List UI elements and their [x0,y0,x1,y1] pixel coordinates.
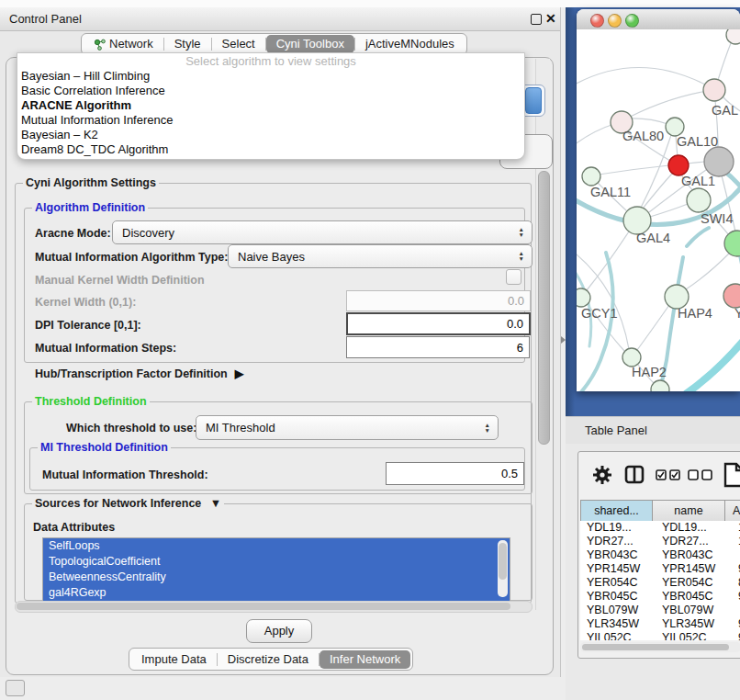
node-gal-cut[interactable] [703,79,725,101]
node-top-right[interactable] [726,29,740,44]
apply-button[interactable]: Apply [246,619,312,643]
hub-definition-expander[interactable]: Hub/Transcription Factor Definition▶ [35,367,243,380]
node-gal10-label: GAL10 [677,134,718,149]
zoom-traffic-light[interactable] [625,14,639,28]
cell-shared-name: YDL19... [580,521,659,535]
close-icon[interactable]: ✕ [545,10,556,28]
algorithm-option-basic-correlation-inference[interactable]: Basic Correlation Inference [17,84,524,98]
float-window-icon[interactable] [531,14,542,25]
node-gal1-label: GAL1 [681,174,715,188]
node-gal10[interactable] [704,147,734,176]
horizontal-scrollbar-thumb[interactable] [17,603,510,610]
node-swi4-label: SWI4 [701,211,733,226]
cell-shared-name: YIL052C [580,631,659,640]
table-row[interactable]: YDL19...YDL19...13 [580,521,740,535]
tab-style[interactable]: Style [164,35,211,53]
tab-infer-network[interactable]: Infer Network [320,650,410,669]
mi-threshold-group-title: MI Threshold Definition [38,441,171,454]
node-y-cut[interactable] [723,284,740,308]
control-panel-titlebar: Control Panel ✕ [0,7,560,31]
algorithm-option-aracne-algorithm[interactable]: ARACNE Algorithm [17,98,524,113]
minimize-traffic-light[interactable] [608,14,622,28]
algorithm-option-dream8-dc-tdc-algorithm[interactable]: Dream8 DC_TDC Algorithm [17,142,524,157]
table-row[interactable]: YLR345WYLR345W9. [580,617,740,631]
algorithm-option-bayesian-k2[interactable]: Bayesian – K2 [17,128,524,142]
table-header-shared-name[interactable]: shared... [580,500,653,522]
cyni-algorithm-settings-title: Cyni Algorithm Settings [23,176,159,189]
table-hscrollbar-track[interactable] [580,642,740,652]
node-swi4[interactable] [724,231,740,256]
tab-jactivemnodules[interactable]: jActiveMNodules [355,35,465,53]
table-row[interactable]: YBR043CYBR043C [580,548,740,562]
manual-kernel-checkbox[interactable] [506,269,521,285]
gear-icon[interactable] [591,464,613,486]
vertical-scrollbar-thumb[interactable] [538,171,550,445]
node-above-gal10[interactable] [666,118,684,136]
tab-cyni-toolbox[interactable]: Cyni Toolbox [266,35,354,53]
data-attributes-list[interactable]: SelfLoopsTopologicalCoefficientBetweenne… [42,537,510,602]
close-traffic-light[interactable] [590,14,604,28]
node-red[interactable] [668,155,689,175]
node-bottom[interactable] [651,380,669,391]
node-hap2[interactable] [622,348,641,367]
select-all-checkboxes-icon[interactable] [656,469,681,480]
table-header-name[interactable]: name [652,500,725,522]
attributes-scrollbar-thumb[interactable] [499,543,507,580]
cell-value: 9 [735,631,740,640]
mi-type-select[interactable]: Naive Bayes ▲▼ [228,244,533,268]
cell-shared-name: YER054C [580,576,659,590]
cell-name: YER054C [659,576,735,590]
attribute-item-gal4rgexp[interactable]: gal4RGexp [43,585,510,601]
tab-discretize-data[interactable]: Discretize Data [218,650,319,669]
which-threshold-select[interactable]: MI Threshold ▲▼ [196,415,499,440]
table-row[interactable]: YBL079WYBL079W [580,604,740,617]
sources-group-title[interactable]: Sources for Network Inference ▼ [32,497,224,510]
document-icon[interactable] [723,462,740,488]
attribute-item-betweennesscentrality[interactable]: BetweennessCentrality [43,570,510,585]
tab-label: Discretize Data [228,650,308,669]
aracne-mode-select[interactable]: Discovery ▲▼ [112,220,533,244]
node-gal4-label: GAL4 [636,231,670,245]
attributes-scrollbar-track[interactable] [498,540,508,597]
kernel-width-input[interactable]: 0.0 [346,290,531,311]
cell-value: 9. [735,617,740,631]
algorithm-option-bayesian-hill-climbing[interactable]: Bayesian – Hill Climbing [17,69,524,84]
control-panel-window: Control Panel ✕ NetworkStyleSelectCyni T… [0,7,561,677]
algorithm-option-mutual-information-inference[interactable]: Mutual Information Inference [17,113,524,128]
tab-network[interactable]: Network [84,35,163,53]
deselect-all-checkboxes-icon[interactable] [688,469,713,480]
cell-shared-name: YBL079W [580,604,659,617]
tab-impute-data[interactable]: Impute Data [131,650,217,669]
network-canvas[interactable]: GALGAL80GAL10GAL1GAL11SWI4GAL4GCY1HAP4YH… [577,29,740,391]
table-row[interactable]: YIL052CYIL052C9 [580,631,740,640]
top-strip [0,0,740,7]
column-layout-icon[interactable] [624,465,645,484]
network-window-titlebar [577,9,740,30]
tab-select[interactable]: Select [212,35,265,53]
node-gal11[interactable] [582,167,600,186]
kernel-width-label: Kernel Width (0,1): [35,296,136,309]
obscured-combo-spinner[interactable] [525,87,542,114]
node-hap2-label: HAP2 [632,365,667,379]
attribute-item-selfloops[interactable]: SelfLoops [43,538,510,554]
manual-kernel-label: Manual Kernel Width Definition [35,274,205,287]
data-attributes-label: Data Attributes [33,521,115,534]
mi-threshold-input[interactable]: 0.5 [386,462,524,485]
table-row[interactable]: YER054CYER054C8. [580,576,740,590]
mi-steps-input[interactable]: 6 [346,336,530,358]
dpi-tolerance-input[interactable]: 0.0 [346,312,531,335]
table-row[interactable]: YDR27...YDR27...12 [580,535,740,548]
panel-corner-button[interactable] [6,680,25,696]
table-row[interactable]: YBR045CYBR045C9. [580,590,740,604]
expander-expanded-icon: ▼ [210,497,221,510]
algorithm-dropdown-items: Bayesian – Hill ClimbingBasic Correlatio… [17,69,524,157]
network-edge [577,67,705,86]
table-header-cut[interactable]: A [724,500,740,522]
node-gal1[interactable] [687,188,711,212]
table-hscrollbar-thumb[interactable] [582,644,729,650]
table-row[interactable]: YPR145WYPR145W9. [580,562,740,576]
network-view-window: GALGAL80GAL10GAL1GAL11SWI4GAL4GCY1HAP4YH… [577,9,740,391]
attribute-item-topologicalcoefficient[interactable]: TopologicalCoefficient [43,554,510,570]
node-gcy1[interactable] [577,288,590,307]
algorithm-dropdown-popup: Select algorithm to view settings Bayesi… [17,52,525,160]
